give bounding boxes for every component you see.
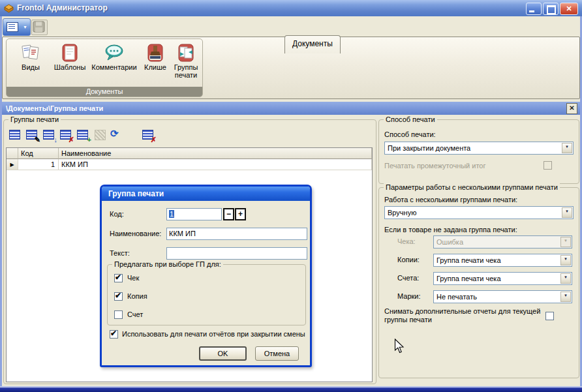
intermediate-total-checkbox (544, 161, 552, 170)
marki-value: Не печатать (436, 292, 477, 302)
print-method-select[interactable]: При закрытии документа ▼ (384, 142, 574, 155)
use-for-reports-checkbox[interactable]: ✔ (110, 330, 118, 339)
panel-close-button[interactable]: ✕ (566, 103, 577, 114)
print-method-value: При закрытии документа (388, 143, 470, 153)
name-input[interactable]: ККМ ИП (166, 228, 307, 240)
panel-header: \Документы\Группы печати ✕ (2, 102, 580, 115)
ribbon-button-klishe[interactable]: Клише (138, 42, 172, 71)
ribbon-button-vidy[interactable]: Виды (12, 42, 50, 71)
move-record-icon[interactable]: ↓ (42, 127, 56, 142)
ribbon-button-kommentarii[interactable]: Комментарии (90, 42, 138, 71)
work-mode-value: Вручную (388, 208, 416, 218)
spin-down-button[interactable]: − (223, 208, 234, 220)
print-method-group: Способ печати Способ печати: При закрыти… (378, 119, 579, 184)
delete-record-icon[interactable]: ✗ (59, 127, 73, 142)
menubar: ▼ Справочники Скидки и сценарии Системны… (0, 16, 582, 37)
kopii-select[interactable]: Группа печати чека ▼ (433, 254, 572, 267)
chevron-down-icon: ▼ (23, 25, 27, 29)
fallback-label: Если в товаре не задана группа печати: (384, 226, 517, 234)
edit-record-icon[interactable]: ✎ (25, 127, 39, 142)
cheka-label: Чека: (397, 237, 416, 245)
chek-checkbox[interactable]: ✔ (114, 274, 123, 282)
marki-select[interactable]: Не печатать ▼ (433, 290, 572, 303)
scheta-select[interactable]: Группа печати чека ▼ (433, 272, 572, 285)
print-group-dialog: Группа печати Код: 1 − + Наименование: К… (100, 185, 312, 367)
chek-label: Чек (127, 274, 139, 282)
suggest-legend: Предлагать при выборе ГП для: (112, 260, 223, 269)
kopiya-label: Копия (127, 292, 147, 300)
schet-checkbox[interactable] (114, 310, 123, 319)
dropdown-arrow-icon[interactable]: ▼ (560, 292, 571, 302)
row-marker-icon[interactable]: ▶ (7, 159, 18, 170)
ok-button[interactable]: OK (199, 346, 247, 361)
maximize-button[interactable] (543, 3, 559, 15)
main-window: Frontol Администратор ✕ ▼ Справочники Ск… (0, 0, 582, 392)
name-value: ККМ ИП (169, 230, 196, 237)
records-toolbar: ✎ ↓ ✗ + ⟳ ✗ (8, 127, 158, 142)
extra-reports-checkbox[interactable] (545, 312, 554, 320)
row-name-cell[interactable]: ККМ ИП (59, 159, 372, 170)
template-icon (58, 43, 82, 63)
dropdown-arrow-icon: ▼ (560, 237, 571, 247)
print-groups-icon (174, 43, 198, 63)
multi-groups-panel: Параметры работы с несколькими группами … (378, 187, 579, 378)
new-record-icon[interactable] (8, 127, 22, 142)
minimize-button[interactable] (526, 3, 542, 15)
name-column-header: Наименование (59, 148, 372, 159)
documents-icon (19, 43, 42, 63)
work-mode-label: Работа с несколькими группами печати: (384, 196, 517, 204)
scheta-value: Группа печати чека (436, 274, 501, 284)
app-menu-button[interactable]: ▼ (3, 18, 31, 36)
close-button[interactable]: ✕ (560, 3, 578, 15)
dropdown-arrow-icon[interactable]: ▼ (560, 273, 571, 284)
selector-column-header (7, 148, 18, 159)
ribbon-button-gruppy-pechati[interactable]: Группы печати (171, 42, 201, 79)
tab-dokumenty[interactable]: Документы (284, 35, 341, 53)
print-groups-legend: Группы печати (8, 115, 61, 124)
dropdown-arrow-icon[interactable]: ▼ (562, 207, 572, 218)
refresh-icon[interactable]: ⟳ (110, 127, 124, 142)
text-input[interactable] (166, 247, 307, 260)
copy-add-record-icon[interactable]: + (76, 127, 90, 142)
dialog-titlebar[interactable]: Группа печати (102, 187, 310, 201)
row-code-cell[interactable]: 1 (18, 159, 59, 170)
print-method-label: Способ печати: (384, 130, 436, 138)
dropdown-arrow-icon[interactable]: ▼ (560, 255, 571, 265)
print-method-legend: Способ печати (384, 115, 437, 124)
scheta-label: Счета: (397, 274, 419, 282)
dialog-title: Группа печати (108, 189, 164, 198)
breadcrumb: \Документы\Группы печати (6, 102, 103, 115)
kopiya-checkbox[interactable]: ✔ (114, 292, 123, 301)
schet-label: Счет (127, 310, 143, 318)
marki-label: Марки: (397, 292, 421, 300)
window-bottom-border (0, 386, 582, 392)
pattern-icon (93, 127, 107, 142)
code-column-header: Код (18, 148, 59, 159)
work-mode-select[interactable]: Вручную ▼ (384, 206, 574, 219)
save-button[interactable] (31, 20, 48, 35)
use-for-reports-label: Использовать для печати отчётов при закр… (122, 330, 305, 338)
table-row[interactable]: ▶ 1 ККМ ИП (7, 159, 372, 170)
ribbon-group-label: Документы (7, 87, 202, 97)
menu-icon (7, 22, 18, 32)
table-header-row: Код Наименование (7, 148, 372, 159)
delete-all-icon[interactable]: ✗ (141, 127, 155, 142)
window-title: Frontol Администратор (17, 3, 108, 12)
code-value: 1 (169, 210, 174, 218)
app-icon (3, 3, 14, 14)
dropdown-arrow-icon[interactable]: ▼ (562, 143, 572, 153)
kopii-value: Группа печати чека (436, 256, 501, 265)
cheka-select: Ошибка ▼ (433, 235, 572, 249)
cancel-button[interactable]: Отмена (255, 346, 299, 361)
intermediate-total-label: Печатать промежуточный итог (384, 162, 486, 170)
kopii-label: Копии: (397, 256, 420, 264)
code-input[interactable]: 1 (166, 208, 222, 220)
window-titlebar[interactable]: Frontol Администратор ✕ (0, 0, 582, 16)
comments-icon (102, 43, 126, 63)
floppy-disk-icon (32, 20, 46, 33)
name-label: Наименование: (110, 230, 161, 237)
extra-reports-label: Снимать дополнительные отчеты для текуще… (384, 307, 544, 324)
spin-up-button[interactable]: + (235, 208, 246, 220)
ribbon-button-shablony[interactable]: Шаблоны (50, 42, 90, 71)
cheka-value: Ошибка (436, 237, 463, 247)
